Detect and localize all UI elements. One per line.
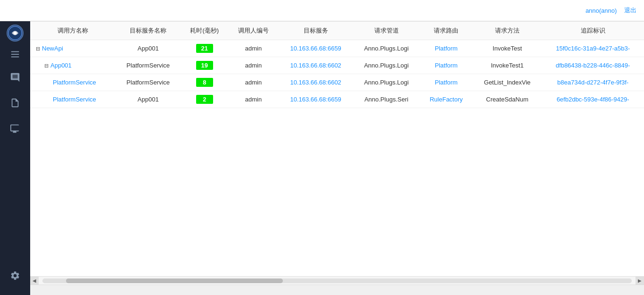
logout-button[interactable]: 退出 xyxy=(624,6,636,15)
cell-target-service-name: PlatformService xyxy=(116,74,181,91)
cell-trace-id: dfb86438-b228-446c-8849- xyxy=(542,57,644,74)
scroll-right-arrow[interactable]: ▶ xyxy=(636,277,644,285)
document-icon xyxy=(10,98,20,108)
cell-request-route: Platform xyxy=(420,74,472,91)
table-wrapper[interactable]: 调用方名称 目标服务名称 耗时(毫秒) 调用人编号 目标服务 请求管道 请求路由… xyxy=(30,21,644,276)
cell-target-service[interactable]: 10.163.66.68:6602 xyxy=(279,57,353,74)
cell-request-channel: Anno.Plugs.Logi xyxy=(353,74,420,91)
method-name: PlatformService xyxy=(53,79,96,86)
svg-rect-2 xyxy=(11,51,19,52)
col-request-route: 请求路由 xyxy=(420,22,472,40)
cell-request-channel: Anno.Plugs.Seri xyxy=(353,91,420,108)
cell-call-method: PlatformService xyxy=(30,91,116,108)
cell-target-service-name: PlatformService xyxy=(116,57,181,74)
monitor-icon xyxy=(10,123,20,134)
col-caller-id: 调用人编号 xyxy=(228,22,278,40)
scroll-left-arrow[interactable]: ◀ xyxy=(30,277,39,285)
cell-duration: 21 xyxy=(181,40,228,57)
horizontal-scrollbar[interactable]: ◀ ▶ xyxy=(30,276,644,285)
cell-caller-id: admin xyxy=(228,91,278,108)
logo-circle xyxy=(7,25,24,42)
cell-target-service-name: App001 xyxy=(116,91,181,108)
user-link[interactable]: anno(anno) xyxy=(586,7,617,14)
content: 调用方名称 目标服务名称 耗时(毫秒) 调用人编号 目标服务 请求管道 请求路由… xyxy=(30,21,644,295)
trace-table: 调用方名称 目标服务名称 耗时(毫秒) 调用人编号 目标服务 请求管道 请求路由… xyxy=(30,21,644,108)
method-name: NewApi xyxy=(42,45,63,52)
menu-icon xyxy=(10,49,20,59)
settings-icon xyxy=(10,270,20,281)
cell-request-channel: Anno.Plugs.Logi xyxy=(353,57,420,74)
scroll-track[interactable] xyxy=(42,278,632,283)
method-name: PlatformService xyxy=(53,96,96,103)
top-bar: anno(anno) 退出 xyxy=(0,0,644,21)
col-target-service-name: 目标服务名称 xyxy=(116,22,181,40)
sidebar-item-chat[interactable] xyxy=(0,66,30,89)
col-request-method: 请求方法 xyxy=(473,22,542,40)
cell-trace-id: b8ea734d-d272-4f7e-9f3f- xyxy=(542,74,644,91)
svg-rect-4 xyxy=(11,57,19,58)
col-trace-id: 追踪标识 xyxy=(542,22,644,40)
cell-call-method: ⊟App001 xyxy=(30,57,116,74)
cell-request-route: Platform xyxy=(420,57,472,74)
col-duration: 耗时(毫秒) xyxy=(181,22,228,40)
scroll-thumb[interactable] xyxy=(66,278,283,283)
cell-request-route: RuleFactory xyxy=(420,91,472,108)
sidebar-item-monitor[interactable] xyxy=(0,117,30,140)
table-row: PlatformServiceApp0012admin10.163.66.68:… xyxy=(30,91,644,108)
table-row: PlatformServicePlatformService8admin10.1… xyxy=(30,74,644,91)
cell-target-service-name: App001 xyxy=(116,40,181,57)
cell-call-method: PlatformService xyxy=(30,74,116,91)
svg-point-1 xyxy=(13,31,17,34)
col-request-channel: 请求管道 xyxy=(353,22,420,40)
main-layout: 调用方名称 目标服务名称 耗时(毫秒) 调用人编号 目标服务 请求管道 请求路由… xyxy=(0,21,644,295)
cell-request-method: CreateSdaNum xyxy=(473,91,542,108)
cell-target-service[interactable]: 10.163.66.68:6659 xyxy=(279,40,353,57)
chat-icon xyxy=(10,72,20,83)
cell-duration: 2 xyxy=(181,91,228,108)
cell-call-method: ⊟NewApi xyxy=(30,40,116,57)
cell-request-method: GetList_IndexVie xyxy=(473,74,542,91)
cell-duration: 8 xyxy=(181,74,228,91)
cell-request-method: InvokeTest1 xyxy=(473,57,542,74)
cell-request-method: InvokeTest xyxy=(473,40,542,57)
cell-target-service[interactable]: 10.163.66.68:6602 xyxy=(279,74,353,91)
menu-toggle[interactable] xyxy=(0,45,30,64)
expand-icon[interactable]: ⊟ xyxy=(44,63,49,69)
cell-request-channel: Anno.Plugs.Logi xyxy=(353,40,420,57)
cell-duration: 19 xyxy=(181,57,228,74)
separator xyxy=(619,7,621,14)
table-row: ⊟NewApiApp00121admin10.163.66.68:6659Ann… xyxy=(30,40,644,57)
col-target-service: 目标服务 xyxy=(279,22,353,40)
cell-trace-id: 6efb2dbc-593e-4f86-9429- xyxy=(542,91,644,108)
col-call-method: 调用方名称 xyxy=(30,22,116,40)
cell-trace-id: 15f0c16c-31a9-4e27-a5b3- xyxy=(542,40,644,57)
logo-icon xyxy=(8,25,23,42)
expand-icon[interactable]: ⊟ xyxy=(36,46,40,52)
table-header-row: 调用方名称 目标服务名称 耗时(毫秒) 调用人编号 目标服务 请求管道 请求路由… xyxy=(30,22,644,40)
svg-rect-3 xyxy=(11,54,19,55)
sidebar xyxy=(0,21,30,295)
table-row: ⊟App001PlatformService19admin10.163.66.6… xyxy=(30,57,644,74)
cell-target-service[interactable]: 10.163.66.68:6659 xyxy=(279,91,353,108)
method-name: App001 xyxy=(50,62,72,69)
cell-request-route: Platform xyxy=(420,40,472,57)
cell-caller-id: admin xyxy=(228,40,278,57)
cell-caller-id: admin xyxy=(228,74,278,91)
status-bar xyxy=(30,285,644,295)
cell-caller-id: admin xyxy=(228,57,278,74)
sidebar-item-document[interactable] xyxy=(0,91,30,115)
logo xyxy=(0,21,30,45)
sidebar-item-settings[interactable] xyxy=(0,264,30,287)
